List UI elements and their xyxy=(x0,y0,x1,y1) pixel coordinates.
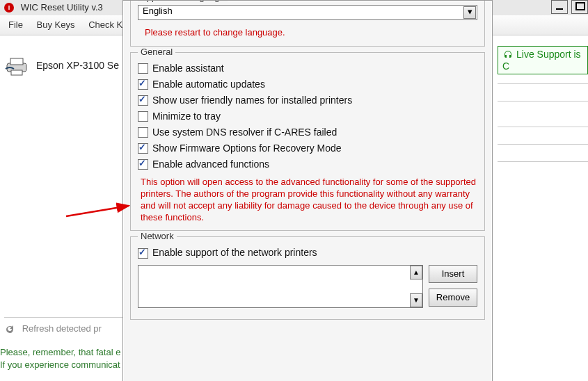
checkbox-minimize-tray-label: Minimize to tray xyxy=(152,111,221,122)
checkbox-assistant-label: Enable assistant xyxy=(152,63,224,74)
svg-rect-2 xyxy=(11,70,22,75)
settings-dialog: Application language English ▾ Please re… xyxy=(122,0,493,381)
scroll-up-button[interactable]: ▲ xyxy=(410,266,422,279)
insert-button[interactable]: Insert xyxy=(429,265,477,283)
checkbox-advanced[interactable] xyxy=(138,159,148,170)
network-fieldset: Network Enable support of the network pr… xyxy=(130,236,485,319)
restart-message: Please restart to change language. xyxy=(145,27,477,38)
checkbox-dns-label: Use system DNS resolver if C-ARES failed xyxy=(152,127,337,138)
right-lines xyxy=(498,83,588,179)
language-select[interactable]: English ▾ xyxy=(138,5,477,20)
checkbox-updates[interactable] xyxy=(138,79,148,90)
status-line-1: Please, remember, that fatal e xyxy=(0,346,120,359)
network-listbox[interactable]: ▲ ▼ xyxy=(138,265,423,308)
checkbox-firmware[interactable] xyxy=(138,143,148,154)
live-support-link[interactable]: Live Support is C xyxy=(498,46,588,74)
general-fieldset: General Enable assistant Enable automati… xyxy=(130,52,485,231)
window-controls xyxy=(498,0,588,15)
network-legend: Network xyxy=(138,231,177,241)
checkbox-dns[interactable] xyxy=(138,127,148,138)
remove-button[interactable]: Remove xyxy=(429,289,477,307)
checkbox-firmware-label: Show Firmware Options for Recovery Mode xyxy=(152,143,342,154)
status-line-2: If you experience communicat xyxy=(0,359,120,371)
checkbox-network-printers[interactable] xyxy=(138,248,148,259)
checkbox-friendly-names[interactable] xyxy=(138,95,148,106)
menu-buy-keys[interactable]: Buy Keys xyxy=(31,15,81,35)
headset-icon xyxy=(502,49,514,60)
menu-file[interactable]: File xyxy=(3,15,29,35)
refresh-label: Refresh detected pr xyxy=(22,323,102,334)
printer-name: Epson XP-3100 Se xyxy=(36,60,119,71)
live-support-label: Live Support is C xyxy=(502,49,581,72)
advanced-note: This option will open access to the adva… xyxy=(141,176,477,223)
chevron-down-icon: ▾ xyxy=(463,6,476,19)
checkbox-advanced-label: Enable advanced functions xyxy=(152,159,269,170)
svg-line-5 xyxy=(66,206,129,216)
checkbox-friendly-names-label: Show user friendly names for installed p… xyxy=(152,95,352,106)
checkbox-updates-label: Enable automatic updates xyxy=(152,79,265,90)
printer-icon xyxy=(4,54,29,79)
refresh-button[interactable]: Refresh detected pr xyxy=(4,317,122,340)
svg-rect-1 xyxy=(10,58,23,65)
window-title: WIC Reset Utility v.3 xyxy=(21,2,103,13)
language-value: English xyxy=(143,6,173,16)
svg-rect-4 xyxy=(576,3,585,10)
status-message: Please, remember, that fatal e If you ex… xyxy=(0,346,120,371)
scroll-down-button[interactable]: ▼ xyxy=(410,293,422,307)
minimize-button[interactable] xyxy=(551,0,568,14)
language-fieldset: Application language English ▾ Please re… xyxy=(130,0,485,47)
general-legend: General xyxy=(138,47,175,57)
maximize-button[interactable] xyxy=(571,0,588,14)
right-fragment: Live Support is C xyxy=(498,0,588,15)
checkbox-network-printers-label: Enable support of the network printers xyxy=(152,247,317,258)
language-legend: Application language xyxy=(138,0,228,2)
checkbox-assistant[interactable] xyxy=(138,63,148,74)
checkbox-minimize-tray[interactable] xyxy=(138,111,148,122)
printer-row[interactable]: Epson XP-3100 Se xyxy=(4,50,119,81)
app-icon: I xyxy=(4,3,14,13)
